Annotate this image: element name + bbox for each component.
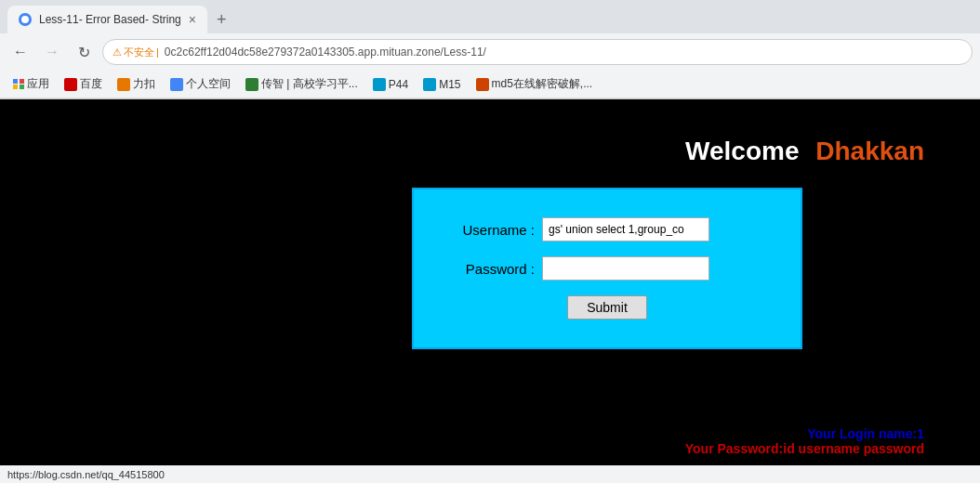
bookmark-lk[interactable]: 力扣: [112, 74, 161, 94]
status-url: https://blog.csdn.net/qq_44515800: [7, 469, 165, 480]
address-text: 0c2c62ff12d04dc58e279372a0143305.app.mit…: [165, 46, 486, 59]
welcome-name: Dhakkan: [815, 137, 924, 165]
new-tab-button[interactable]: +: [211, 10, 232, 30]
bookmark-space-icon: [170, 78, 183, 91]
welcome-heading: Welcome Dhakkan: [685, 137, 924, 166]
bookmark-p44-label: P44: [389, 78, 408, 91]
bookmark-p44-icon: [373, 78, 386, 91]
output-text: Your Login name:1 Your Password:id usern…: [685, 426, 924, 456]
submit-row: Submit: [451, 295, 763, 320]
bookmark-p44[interactable]: P44: [367, 76, 414, 93]
bookmark-space[interactable]: 个人空间: [165, 74, 236, 94]
login-form-box: Username : Password : Submit: [412, 188, 802, 349]
password-label: Password :: [451, 261, 535, 277]
bookmark-md5-icon: [476, 78, 489, 91]
bookmark-lk-label: 力扣: [133, 76, 155, 92]
bookmark-m15-icon: [423, 78, 436, 91]
bookmark-m15-label: M15: [439, 78, 460, 91]
tab-favicon-icon: [19, 13, 32, 26]
bookmark-baidu-label: 百度: [80, 76, 102, 92]
bookmark-space-label: 个人空间: [186, 76, 231, 92]
active-tab[interactable]: Less-11- Error Based- String ×: [7, 6, 207, 33]
bookmark-chuanzhi-label: 传智 | 高校学习平...: [261, 76, 358, 92]
forward-button[interactable]: →: [39, 39, 65, 65]
address-bar-row: ← → ↻ ⚠ 不安全 | 0c2c62ff12d04dc58e279372a0…: [0, 33, 980, 71]
output-login-name: Your Login name:1: [685, 426, 924, 441]
back-button[interactable]: ←: [7, 39, 33, 65]
tab-bar: Less-11- Error Based- String × +: [0, 0, 980, 33]
password-row: Password :: [451, 256, 763, 281]
security-warning: ⚠ 不安全 |: [113, 46, 159, 59]
page-content: Welcome Dhakkan Username : Password : Su…: [0, 99, 980, 483]
bookmark-chuanzhi[interactable]: 传智 | 高校学习平...: [240, 74, 364, 94]
bookmark-baidu-icon: [64, 78, 77, 91]
tab-close-button[interactable]: ×: [189, 13, 196, 26]
address-box[interactable]: ⚠ 不安全 | 0c2c62ff12d04dc58e279372a0143305…: [102, 39, 973, 65]
bookmarks-bar: 应用 百度 力扣 个人空间 传智 | 高校学习平... P44 M15 md5: [0, 71, 980, 98]
username-label: Username :: [451, 222, 535, 238]
browser-chrome: Less-11- Error Based- String × + ← → ↻ ⚠…: [0, 0, 980, 99]
bookmark-md5-label: md5在线解密破解,...: [492, 76, 593, 92]
username-row: Username :: [451, 217, 763, 242]
bookmark-apps-label: 应用: [27, 76, 49, 92]
bookmark-lk-icon: [117, 78, 130, 91]
bookmark-apps[interactable]: 应用: [7, 74, 55, 94]
password-input[interactable]: [542, 256, 709, 281]
welcome-label: Welcome: [685, 137, 799, 165]
bookmark-md5[interactable]: md5在线解密破解,...: [470, 74, 599, 94]
output-password: Your Password:id username password: [685, 441, 924, 456]
status-bar: https://blog.csdn.net/qq_44515800: [0, 465, 980, 483]
username-input[interactable]: [542, 217, 709, 242]
reload-button[interactable]: ↻: [71, 39, 97, 65]
bookmark-chuanzhi-icon: [245, 78, 258, 91]
tab-title: Less-11- Error Based- String: [39, 13, 181, 26]
bookmark-baidu[interactable]: 百度: [59, 74, 108, 94]
submit-button[interactable]: Submit: [567, 295, 647, 320]
bookmark-m15[interactable]: M15: [417, 76, 466, 93]
